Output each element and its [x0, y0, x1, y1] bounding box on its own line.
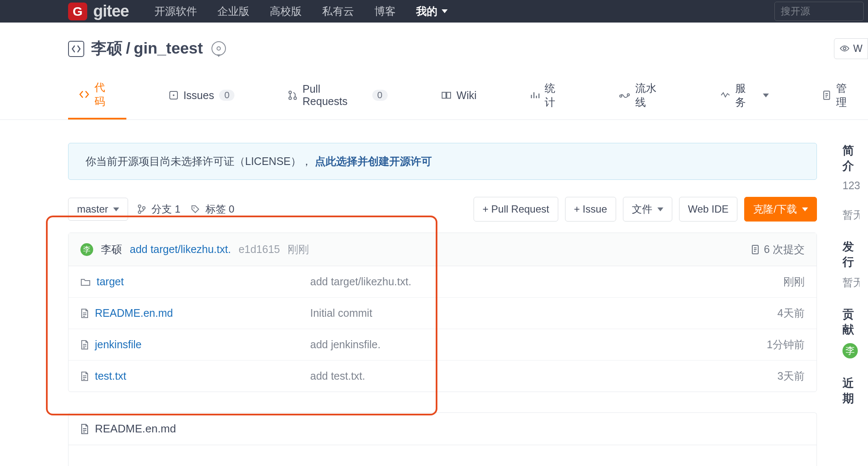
latest-commit-row: 李 李硕 add target/likezhu.txt. e1d1615 刚刚 …	[69, 233, 817, 266]
nav-enterprise[interactable]: 企业版	[217, 4, 249, 18]
chevron-down-icon	[763, 94, 769, 97]
file-commit-message[interactable]: add jenkinsfile.	[310, 338, 720, 351]
contributor-avatar[interactable]: 李	[842, 343, 858, 358]
repo-toolbar: master 分支 1 标签 0 + Pull Request + Issue …	[68, 197, 817, 222]
file-commit-message[interactable]: add test.txt.	[310, 370, 720, 382]
commit-author[interactable]: 李硕	[101, 242, 122, 256]
tab-pipeline[interactable]: 流水线	[608, 75, 678, 119]
nav-private-cloud[interactable]: 私有云	[322, 4, 354, 18]
sidebar-intro-none: 暂无	[842, 208, 859, 222]
repo-tabs: 代码 Issues 0 Pull Requests 0 Wiki 统计 流水线 …	[0, 74, 868, 120]
wiki-icon	[441, 91, 451, 99]
file-commit-message[interactable]: add target/likezhu.txt.	[310, 276, 720, 288]
sidebar-release-none: 暂无	[842, 276, 859, 290]
file-name-link[interactable]: jenkinsfile	[80, 338, 310, 351]
tab-pull-requests[interactable]: Pull Requests 0	[277, 77, 398, 117]
avatar[interactable]: 李	[80, 243, 93, 256]
repo-title: 李硕/gin_teest	[91, 38, 203, 59]
logo-icon[interactable]: G	[68, 3, 87, 20]
svg-point-8	[627, 94, 629, 96]
table-row: jenkinsfileadd jenkinsfile.1分钟前	[69, 329, 817, 360]
search-input[interactable]: 搜开源	[774, 2, 864, 21]
tab-stats[interactable]: 统计	[519, 75, 577, 119]
file-icon	[80, 340, 89, 350]
stats-icon	[530, 91, 540, 99]
svg-point-3	[173, 94, 174, 96]
tab-code[interactable]: 代码	[68, 74, 126, 119]
tab-services[interactable]: 服务	[709, 75, 780, 119]
folder-icon	[80, 278, 91, 286]
file-icon	[80, 423, 89, 435]
branch-select[interactable]: master	[68, 198, 128, 221]
sidebar-heading-release: 发行	[842, 239, 859, 270]
commit-time: 刚刚	[288, 242, 309, 256]
repo-name-link[interactable]: gin_teest	[134, 40, 203, 57]
file-icon	[80, 308, 89, 318]
svg-point-13	[194, 207, 195, 209]
nav-mine[interactable]: 我的	[416, 4, 448, 18]
commits-count-link[interactable]: 6 次提交	[751, 242, 805, 256]
commit-message-link[interactable]: add target/likezhu.txt.	[130, 243, 231, 256]
file-menu-button[interactable]: 文件	[623, 197, 672, 222]
sidebar: 简介 123 暂无 发行 暂无 贡献 李 近期	[842, 143, 859, 466]
commit-sha[interactable]: e1d1615	[239, 243, 280, 256]
logo-text[interactable]: gitee	[93, 2, 129, 20]
svg-point-12	[143, 207, 145, 209]
history-icon	[751, 244, 760, 255]
eye-icon	[839, 45, 850, 52]
file-time: 刚刚	[720, 275, 805, 289]
tab-manage[interactable]: 管理	[811, 75, 868, 119]
file-icon	[80, 371, 89, 381]
repo-header: 李硕/gin_teest W	[0, 23, 868, 59]
sidebar-heading-recent: 近期	[842, 375, 859, 406]
main-nav: 开源软件 企业版 高校版 私有云 博客 我的	[154, 4, 448, 18]
manage-icon	[822, 90, 831, 100]
file-time: 4天前	[720, 306, 805, 320]
nav-blog[interactable]: 博客	[374, 4, 396, 18]
new-issue-button[interactable]: + Issue	[565, 197, 616, 222]
svg-point-1	[843, 47, 846, 50]
sidebar-heading-contrib: 贡献	[842, 307, 859, 337]
web-ide-button[interactable]: Web IDE	[679, 197, 738, 222]
svg-point-11	[138, 211, 141, 213]
file-table: 李 李硕 add target/likezhu.txt. e1d1615 刚刚 …	[68, 233, 817, 392]
readme-title[interactable]: README.en.md	[95, 422, 176, 435]
sidebar-heading-intro: 简介	[842, 143, 859, 173]
chevron-down-icon	[442, 9, 448, 13]
nav-open-source[interactable]: 开源软件	[154, 4, 197, 18]
chevron-down-icon	[802, 207, 808, 211]
top-header: G gitee 开源软件 企业版 高校版 私有云 博客 我的 搜开源	[0, 0, 868, 23]
svg-point-5	[289, 97, 291, 99]
tab-wiki[interactable]: Wiki	[430, 83, 488, 111]
tags-link[interactable]: 标签 0	[191, 202, 234, 216]
repo-owner-link[interactable]: 李硕	[91, 40, 123, 57]
issues-icon	[169, 91, 178, 100]
branch-info: 分支 1 标签 0	[137, 202, 234, 216]
pr-count: 0	[372, 90, 388, 101]
file-commit-message[interactable]: Initial commit	[310, 307, 720, 319]
file-time: 1分钟前	[720, 338, 805, 352]
file-name-link[interactable]: README.en.md	[80, 307, 310, 319]
watch-button[interactable]: W	[834, 38, 868, 59]
file-name-link[interactable]: test.txt	[80, 370, 310, 382]
table-row: test.txtadd test.txt.3天前	[69, 360, 817, 392]
branch-icon	[137, 205, 146, 214]
services-icon	[720, 91, 731, 99]
branches-link[interactable]: 分支 1	[137, 202, 180, 216]
new-pr-button[interactable]: + Pull Request	[474, 197, 558, 222]
svg-point-7	[620, 95, 622, 97]
clone-download-button[interactable]: 克隆/下载	[744, 197, 817, 222]
tab-issues[interactable]: Issues 0	[158, 83, 246, 111]
nav-education[interactable]: 高校版	[270, 4, 302, 18]
license-create-link[interactable]: 点此选择并创建开源许可	[315, 155, 432, 167]
readme-header: README.en.md	[68, 412, 817, 445]
watch-label: W	[853, 43, 862, 54]
pr-icon	[288, 90, 297, 100]
code-icon	[79, 90, 89, 99]
file-name-link[interactable]: target	[80, 276, 310, 288]
award-icon[interactable]	[211, 41, 226, 56]
svg-point-4	[289, 91, 291, 94]
svg-point-0	[217, 47, 220, 50]
table-row: README.en.mdInitial commit4天前	[69, 297, 817, 329]
tag-icon	[191, 205, 200, 214]
